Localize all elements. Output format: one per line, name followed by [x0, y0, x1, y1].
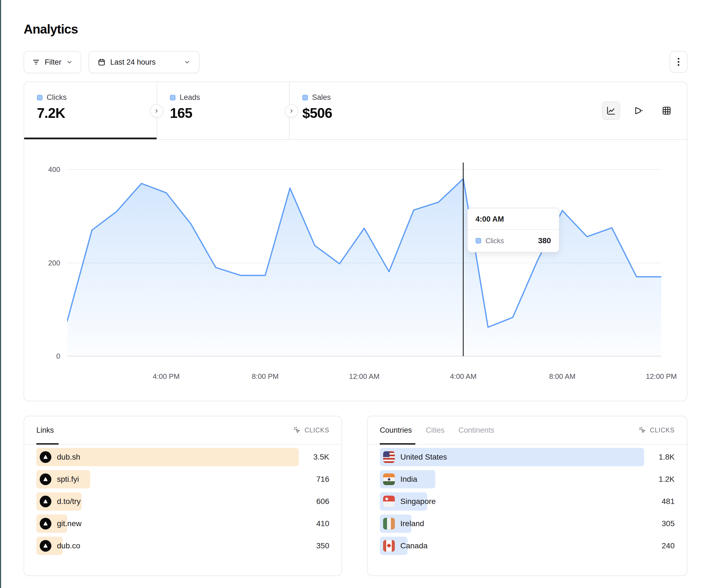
countries-panel: Countries Cities Continents CLICKS Unite… — [367, 416, 687, 576]
in-flag-icon — [383, 473, 395, 485]
date-range-label: Last 24 hours — [110, 58, 156, 67]
tooltip-legend-swatch — [476, 238, 481, 244]
row-value: 1.2K — [644, 475, 675, 484]
row-label: Canada — [400, 541, 428, 550]
row-value: 305 — [644, 519, 675, 528]
tab-cities[interactable]: Cities — [426, 426, 445, 435]
table-grid-icon — [662, 106, 672, 116]
line-chart-icon — [606, 106, 616, 116]
dub-logo-icon — [40, 540, 51, 552]
line-chart-view-button[interactable] — [602, 101, 620, 120]
link-row[interactable]: d.to/try606 — [36, 492, 329, 511]
sales-legend-swatch — [302, 95, 308, 100]
dub-logo-icon — [40, 473, 51, 485]
row-value: 410 — [299, 519, 329, 528]
row-value: 606 — [299, 497, 329, 506]
chart-tooltip: 4:00 AM Clicks 380 — [467, 208, 559, 252]
window-edge-divider — [0, 0, 1, 588]
dub-logo-icon — [40, 518, 51, 529]
link-row[interactable]: git.new410 — [36, 515, 329, 533]
country-row[interactable]: Canada240 — [380, 537, 675, 555]
tooltip-series-label: Clicks — [486, 237, 504, 245]
links-panel: Links CLICKS dub.sh3.5Kspti.fyi716d.to/t… — [24, 416, 342, 576]
active-stat-underline — [24, 138, 156, 139]
stats-tab-row: Clicks 7.2K Leads 165 Sales $506 — [24, 82, 687, 140]
country-row[interactable]: Ireland305 — [380, 515, 675, 533]
links-panel-header: Links CLICKS — [24, 416, 342, 445]
row-value: 481 — [644, 497, 675, 506]
cursor-click-icon — [638, 426, 647, 434]
chevron-down-icon — [66, 59, 73, 66]
next-stat-chevron-button[interactable] — [285, 104, 298, 118]
links-metric-toggle[interactable]: CLICKS — [293, 426, 329, 434]
clicks-legend-swatch — [37, 95, 42, 100]
x-axis-label: 12:00 AM — [349, 372, 380, 381]
link-row[interactable]: spti.fyi716 — [36, 470, 329, 489]
country-row[interactable]: United States1.8K — [380, 448, 675, 466]
kebab-menu-icon — [674, 56, 683, 67]
countries-active-tab-underline — [380, 443, 415, 445]
row-label: git.new — [57, 519, 82, 528]
area-fill — [67, 179, 661, 356]
table-view-button[interactable] — [658, 101, 676, 120]
page-title: Analytics — [24, 22, 687, 37]
stat-label: Leads — [180, 93, 200, 102]
stat-tab-clicks[interactable]: Clicks 7.2K — [24, 82, 156, 139]
tooltip-time-label: 4:00 AM — [468, 208, 559, 230]
chart-plot — [67, 169, 661, 356]
stat-value: 165 — [170, 105, 289, 121]
row-value: 350 — [299, 541, 329, 550]
link-row[interactable]: dub.sh3.5K — [36, 448, 329, 466]
row-label: Ireland — [400, 519, 424, 528]
row-value: 240 — [644, 541, 675, 550]
tab-links[interactable]: Links — [36, 426, 54, 435]
country-row[interactable]: Singapore481 — [380, 492, 675, 511]
row-value: 3.5K — [299, 453, 329, 461]
y-axis-label: 200 — [35, 258, 60, 267]
funnel-chart-icon — [634, 106, 644, 116]
row-label: India — [400, 475, 417, 484]
row-value: 716 — [299, 475, 329, 484]
tooltip-series-value: 380 — [538, 236, 551, 245]
stat-value: 7.2K — [37, 105, 156, 121]
clicks-area-chart[interactable]: 0200400 4:00 AM Clicks 380 4:00 PM8:00 P… — [24, 140, 687, 401]
funnel-chart-view-button[interactable] — [630, 101, 648, 120]
row-label: dub.sh — [57, 453, 80, 461]
x-axis-label: 4:00 PM — [153, 372, 180, 381]
chart-view-switcher — [602, 82, 676, 139]
filter-button[interactable]: Filter — [24, 51, 81, 73]
country-row[interactable]: India1.2K — [380, 470, 675, 489]
toolbar: Filter Last 24 hours — [24, 51, 687, 73]
metric-label: CLICKS — [305, 427, 329, 434]
row-label: spti.fyi — [57, 475, 79, 484]
stat-label: Clicks — [47, 93, 67, 102]
row-label: dub.co — [57, 541, 80, 550]
us-flag-icon — [383, 451, 395, 463]
leads-legend-swatch — [170, 95, 175, 100]
row-label: United States — [400, 453, 447, 461]
countries-panel-header: Countries Cities Continents CLICKS — [368, 416, 687, 445]
x-axis-label: 4:00 AM — [450, 372, 476, 381]
tab-continents[interactable]: Continents — [458, 426, 494, 435]
row-label: d.to/try — [57, 497, 81, 506]
next-stat-chevron-button[interactable] — [150, 104, 163, 118]
stat-value: $506 — [302, 105, 422, 121]
x-axis-label: 8:00 AM — [549, 372, 576, 381]
chevron-down-icon — [184, 59, 191, 66]
countries-metric-toggle[interactable]: CLICKS — [638, 426, 675, 434]
tab-countries[interactable]: Countries — [380, 426, 412, 435]
x-axis-label: 8:00 PM — [252, 372, 279, 381]
sg-flag-icon — [383, 496, 395, 507]
calendar-icon — [98, 58, 106, 66]
date-range-button[interactable]: Last 24 hours — [89, 51, 200, 73]
row-label: Singapore — [400, 497, 436, 506]
link-row[interactable]: dub.co350 — [36, 537, 329, 555]
ie-flag-icon — [383, 518, 395, 529]
links-active-tab-underline — [36, 443, 59, 445]
row-value: 1.8K — [644, 453, 675, 461]
analytics-chart-card: Clicks 7.2K Leads 165 Sales $506 — [24, 82, 687, 401]
stat-tab-sales[interactable]: Sales $506 — [289, 82, 422, 139]
more-options-button[interactable] — [670, 51, 687, 73]
stat-tab-leads[interactable]: Leads 165 — [156, 82, 289, 139]
ca-flag-icon — [383, 540, 395, 552]
